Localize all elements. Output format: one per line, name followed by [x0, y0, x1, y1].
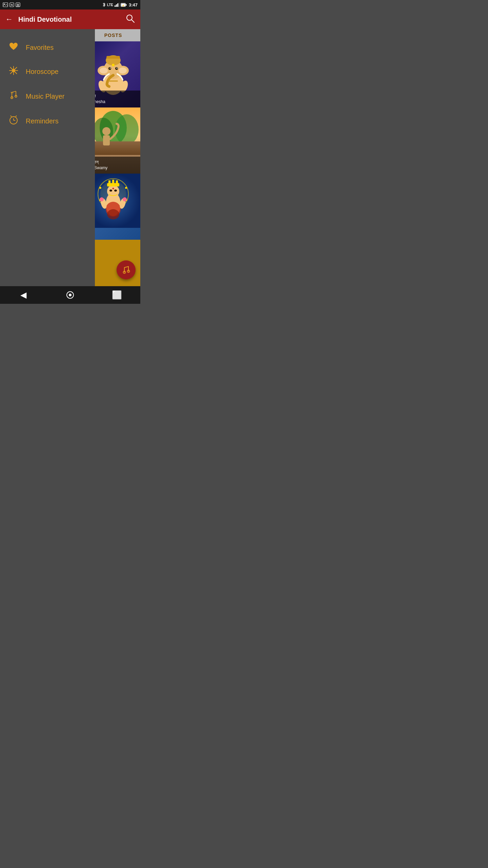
status-bar: N LTE ⚡ 3:47 — [0, 0, 140, 9]
sidebar-item-reminders[interactable]: Reminders — [0, 109, 95, 134]
svg-point-80 — [113, 188, 114, 190]
sidebar-item-music-player[interactable]: Music Player — [0, 84, 95, 109]
svg-point-84 — [69, 294, 72, 296]
svg-line-15 — [131, 20, 134, 22]
signal-icon — [115, 3, 119, 7]
svg-rect-37 — [106, 56, 120, 59]
navigation-drawer: Favorites Horoscope — [0, 29, 95, 286]
svg-rect-8 — [117, 3, 118, 7]
svg-text:N: N — [11, 3, 13, 6]
svg-text:⚡: ⚡ — [121, 4, 124, 7]
status-icons-right: LTE ⚡ 3:47 — [102, 2, 138, 7]
sidebar-item-horoscope[interactable]: Horoscope — [0, 59, 95, 84]
gallery-icon — [3, 2, 8, 7]
ganesha-title-hindi: गणेश — [89, 93, 138, 99]
svg-line-23 — [12, 91, 16, 92]
search-button[interactable] — [125, 14, 135, 25]
status-icons-left: N — [3, 2, 20, 7]
reminders-label: Reminders — [26, 117, 59, 125]
svg-point-76 — [100, 197, 104, 201]
battery-icon: ⚡ — [121, 3, 127, 7]
svg-rect-9 — [119, 3, 119, 7]
hanuman-title-english: ya Swamy — [89, 165, 138, 171]
svg-point-65 — [99, 187, 101, 189]
svg-line-33 — [16, 116, 17, 117]
svg-point-44 — [110, 67, 111, 68]
svg-rect-0 — [3, 3, 8, 7]
horoscope-label: Horoscope — [26, 68, 59, 76]
svg-rect-6 — [115, 5, 116, 7]
svg-point-55 — [102, 127, 110, 135]
back-button[interactable]: ← — [5, 15, 13, 24]
app-header: ← Hindi Devotional — [0, 9, 140, 29]
lte-indicator: LTE — [107, 3, 113, 7]
hanuman-title-hindi: हनुमान् — [89, 159, 138, 165]
music-player-fab[interactable] — [117, 260, 136, 279]
bluetooth-icon — [102, 2, 106, 7]
ganesha-title-english: Ganesha — [89, 99, 138, 105]
clock-icon — [8, 115, 19, 127]
sidebar-item-favorites[interactable]: Favorites — [0, 36, 95, 59]
fab-music-icon — [122, 265, 130, 274]
svg-point-78 — [109, 190, 112, 192]
svg-point-61 — [125, 187, 127, 189]
nav-back-button[interactable]: ◀ — [13, 288, 34, 302]
svg-point-41 — [119, 67, 127, 74]
download-icon — [16, 2, 20, 7]
main-content: Favorites Horoscope — [0, 29, 140, 286]
svg-rect-71 — [116, 180, 118, 184]
svg-point-21 — [13, 70, 14, 71]
page-title: Hindi Devotional — [18, 16, 125, 23]
svg-line-32 — [11, 116, 12, 117]
svg-point-79 — [114, 190, 117, 192]
svg-point-77 — [123, 197, 127, 201]
heart-icon — [8, 42, 19, 53]
svg-rect-7 — [116, 4, 117, 7]
svg-point-45 — [117, 67, 118, 68]
svg-rect-69 — [108, 180, 110, 184]
music-player-label: Music Player — [26, 93, 64, 100]
notification-icon: N — [9, 2, 14, 7]
svg-point-40 — [100, 67, 108, 74]
music-icon — [8, 90, 19, 103]
favorites-label: Favorites — [26, 44, 54, 52]
nav-home-button[interactable] — [60, 288, 80, 302]
svg-rect-70 — [112, 180, 114, 184]
svg-rect-49 — [108, 80, 118, 82]
svg-rect-11 — [126, 4, 127, 6]
horoscope-icon — [8, 65, 19, 78]
nav-recents-button[interactable]: ⬜ — [107, 288, 127, 302]
svg-point-48 — [112, 64, 115, 66]
bottom-navigation: ◀ ⬜ — [0, 286, 140, 304]
clock-time: 3:47 — [129, 2, 138, 7]
svg-point-73 — [107, 209, 119, 219]
